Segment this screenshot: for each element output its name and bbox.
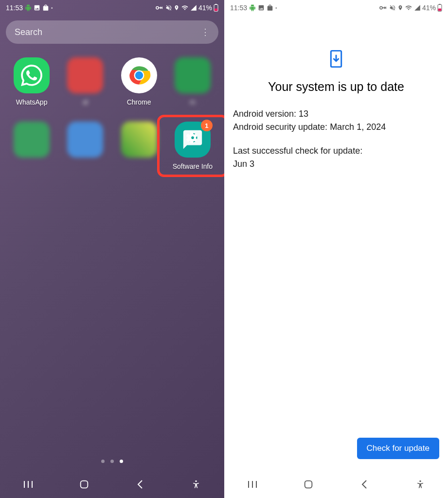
svg-rect-15: [439, 4, 440, 5]
shop-icon: [267, 4, 273, 11]
mute-icon: [165, 4, 172, 11]
wifi-icon: [405, 4, 412, 11]
app-blurred-2[interactable]: m: [166, 57, 219, 106]
svg-rect-21: [305, 481, 312, 488]
update-content: Your system is up to date Android versio…: [224, 16, 448, 498]
app-grid: WhatsApp al Chrome m: [0, 49, 224, 179]
home-button[interactable]: [74, 475, 94, 494]
app-label: WhatsApp: [16, 98, 48, 106]
status-dot: •: [51, 5, 53, 11]
blurred-app-icon: [67, 57, 103, 93]
location-icon: [174, 4, 179, 11]
chrome-icon: [121, 57, 157, 93]
battery-icon: [437, 4, 442, 12]
svg-point-22: [419, 480, 421, 482]
svg-rect-11: [81, 481, 88, 488]
android-version-value: 13: [299, 109, 308, 119]
blurred-app-icon: [175, 57, 211, 93]
status-dot: •: [275, 5, 277, 11]
blurred-app-icon: [14, 122, 50, 158]
page-dot: [101, 460, 105, 463]
android-icon: [249, 4, 256, 11]
mute-icon: [389, 4, 396, 11]
app-label: al: [83, 98, 88, 106]
svg-point-0: [156, 6, 159, 9]
wifi-icon: [181, 4, 189, 11]
signal-icon: [190, 4, 197, 11]
home-screen-panel: 11:53 •: [0, 0, 224, 498]
blurred-app-icon: [121, 122, 157, 158]
blurred-app-icon: [67, 122, 103, 158]
app-label: [31, 162, 33, 170]
battery-percent: 41%: [198, 4, 212, 12]
app-chrome[interactable]: Chrome: [112, 57, 166, 106]
app-label: Chrome: [127, 98, 151, 106]
shop-icon: [42, 4, 49, 11]
gallery-icon: [258, 4, 265, 11]
last-check-block: Last successful check for update: Jun 3: [233, 144, 439, 171]
search-placeholder: Search: [15, 27, 201, 37]
battery-icon: [214, 4, 218, 12]
app-software-info[interactable]: 1 Software Info: [166, 122, 219, 170]
app-blurred-3[interactable]: [5, 122, 58, 170]
whatsapp-icon: [14, 57, 50, 93]
battery-percent: 41%: [422, 4, 436, 12]
nav-bar-left: [0, 471, 224, 498]
page-indicator[interactable]: [0, 460, 224, 463]
back-button[interactable]: [130, 475, 150, 494]
app-label: [138, 162, 140, 170]
last-check-value: Jun 3: [233, 158, 439, 171]
svg-rect-2: [215, 4, 216, 5]
search-menu-icon[interactable]: ⋮: [201, 27, 210, 37]
app-whatsapp[interactable]: WhatsApp: [5, 57, 58, 106]
status-bar-left: 11:53 •: [0, 0, 224, 16]
status-bar-right: 11:53 •: [224, 0, 448, 16]
search-bar[interactable]: Search ⋮: [6, 20, 218, 44]
vpn-icon: [155, 4, 164, 11]
home-button[interactable]: [299, 475, 318, 494]
android-version-label: Android version:: [233, 109, 299, 119]
system-update-icon: [329, 50, 343, 70]
last-check-label: Last successful check for update:: [233, 144, 439, 158]
signal-icon: [414, 4, 421, 11]
svg-point-6: [135, 71, 143, 79]
system-update-panel: 11:53 •: [224, 0, 448, 498]
android-icon: [25, 4, 32, 11]
back-button[interactable]: [355, 475, 374, 494]
page-dot-active: [120, 460, 123, 463]
notification-badge: 1: [201, 120, 213, 131]
app-label: m: [190, 98, 196, 106]
status-time: 11:53: [230, 4, 247, 12]
vpn-icon: [379, 4, 388, 11]
accessibility-button[interactable]: [186, 475, 206, 494]
update-title: Your system is up to date: [233, 80, 439, 94]
recents-button[interactable]: [243, 475, 262, 494]
svg-rect-3: [215, 9, 217, 11]
security-update-label: Android security update:: [233, 122, 330, 132]
check-for-update-button[interactable]: Check for update: [357, 438, 439, 459]
accessibility-button[interactable]: [411, 475, 430, 494]
app-blurred-1[interactable]: al: [58, 57, 112, 106]
security-update-value: March 1, 2024: [330, 122, 386, 132]
nav-bar-right: [224, 471, 448, 498]
version-info-block: Android version: 13 Android security upd…: [233, 107, 439, 134]
app-blurred-4[interactable]: [58, 122, 112, 170]
software-info-icon: 1: [175, 122, 211, 158]
location-icon: [397, 4, 403, 11]
svg-rect-16: [438, 9, 441, 11]
svg-point-12: [196, 480, 197, 482]
gallery-icon: [34, 4, 40, 11]
page-dot: [110, 460, 114, 463]
status-time: 11:53: [6, 4, 23, 12]
app-label: [84, 162, 86, 170]
recents-button[interactable]: [18, 475, 38, 494]
svg-point-13: [380, 6, 382, 9]
